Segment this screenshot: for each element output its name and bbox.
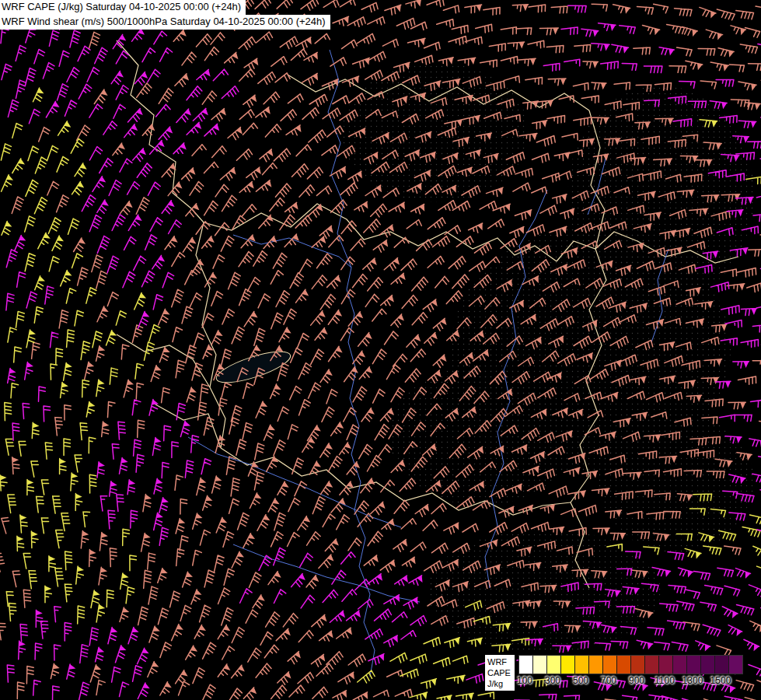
legend-swatch	[532, 656, 546, 674]
legend-swatch	[700, 656, 714, 674]
legend-tick-label: 700	[595, 675, 623, 686]
legend-swatch	[714, 656, 728, 674]
legend-swatch	[616, 656, 630, 674]
forecast-header: WRF CAPE (J/kg) Saturday 04-10-2025 00:0…	[0, 0, 330, 30]
legend-swatch	[574, 656, 588, 674]
legend-swatch	[672, 656, 686, 674]
weather-map-page: WRF CAPE (J/kg) Saturday 04-10-2025 00:0…	[0, 0, 761, 700]
legend-title-param: CAPE	[487, 667, 511, 678]
legend-tick-label: 1100	[651, 675, 679, 686]
legend-title-unit: J/kg	[487, 678, 511, 689]
legend-swatch	[546, 656, 560, 674]
legend-swatch	[560, 656, 574, 674]
legend-tick-label: 1300	[679, 675, 707, 686]
legend-swatch	[630, 656, 644, 674]
legend-tick-label: 900	[623, 675, 651, 686]
legend-tick-label: 300	[539, 675, 567, 686]
header-cape-line: WRF CAPE (J/kg) Saturday 04-10-2025 00:0…	[0, 0, 246, 15]
legend-tick-label: 500	[567, 675, 595, 686]
weather-map	[0, 0, 761, 700]
legend-tick-label: 100	[511, 675, 539, 686]
legend-swatch	[686, 656, 700, 674]
legend-swatch	[588, 656, 602, 674]
legend-swatch	[602, 656, 616, 674]
cape-legend: WRF CAPE J/kg 10030050070090011001300150…	[485, 655, 743, 691]
legend-labels: 100300500700900110013001500	[511, 675, 743, 686]
legend-swatch	[658, 656, 672, 674]
legend-scale: 100300500700900110013001500	[518, 655, 743, 686]
legend-swatches	[518, 655, 743, 674]
legend-title-model: WRF	[487, 656, 511, 667]
legend-tick-label: 1500	[707, 675, 735, 686]
legend-swatch	[728, 656, 742, 674]
header-shear-line: WRF Wind shear (m/s) 500/1000hPa Saturda…	[0, 15, 330, 30]
legend-swatch	[519, 656, 532, 674]
legend-swatch	[644, 656, 658, 674]
